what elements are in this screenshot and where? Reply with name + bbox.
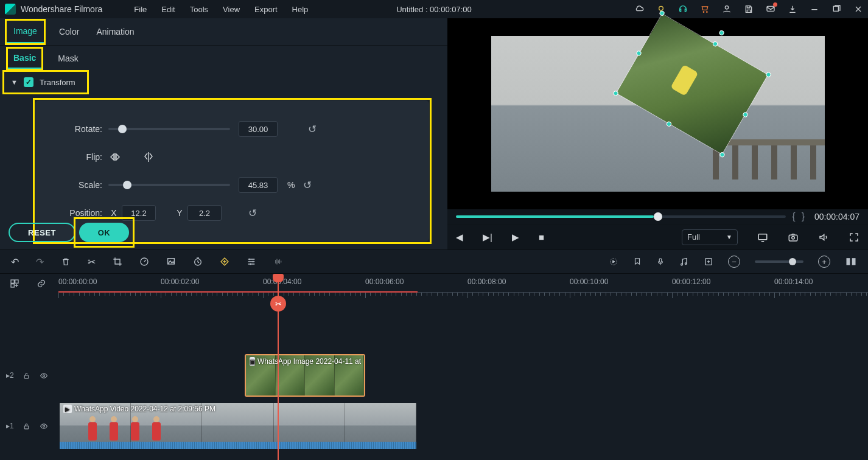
transform-checkbox[interactable]: ✓ [24,77,33,87]
ok-button[interactable]: OK [79,223,129,242]
keyframe-icon[interactable] [220,257,229,267]
svg-point-1 [725,6,728,9]
menu-file[interactable]: File [127,5,154,14]
adjust-icon[interactable] [247,257,256,267]
playhead[interactable]: ✂ [278,274,279,460]
menu-tools[interactable]: Tools [183,5,215,14]
timeline-manage-tracks-icon[interactable] [10,279,19,288]
record-voiceover-icon[interactable] [656,257,665,267]
support-icon[interactable] [678,4,688,14]
quality-select[interactable]: Full ▼ [682,229,738,245]
tab-mask[interactable]: Mask [55,49,80,68]
track-lock-icon[interactable] [23,422,30,430]
rotate-reset-icon[interactable]: ↺ [308,123,317,136]
delete-icon[interactable] [61,257,71,267]
svg-rect-4 [758,234,767,239]
rotate-value[interactable]: 30.00 [239,121,278,137]
transform-section-header[interactable]: ▼ ✓ Transform [4,71,88,93]
collapse-icon[interactable]: ▼ [11,78,18,86]
timeline[interactable]: 00:00:00:00 00:00:02:00 00:00:04:00 00:0… [0,274,868,460]
svg-rect-18 [15,280,18,283]
track-lock-icon[interactable] [23,372,30,380]
add-media-icon[interactable] [704,257,713,267]
track-play-icon[interactable]: ▸1 [6,422,14,430]
maximize-icon[interactable] [831,4,841,14]
time-ruler[interactable]: 00:00:00:00 00:00:02:00 00:00:04:00 00:0… [58,274,868,297]
playhead-grip[interactable] [273,274,284,282]
zoom-slider[interactable] [755,260,803,263]
render-icon[interactable] [609,257,618,267]
timeline-link-icon[interactable] [37,279,46,288]
document-title: Untitled : 00:00:07:00 [396,5,472,14]
zoom-in-icon[interactable]: + [818,256,830,268]
app-logo [5,4,16,15]
prev-frame-icon[interactable]: ◀ [456,232,463,243]
preview-time: 00:00:04:07 [814,212,859,221]
color-icon[interactable] [166,257,176,267]
redo-icon[interactable]: ↷ [36,256,44,268]
mixer-icon[interactable] [679,257,689,267]
display-icon[interactable] [757,232,768,243]
download-icon[interactable] [788,4,797,14]
quality-value: Full [687,232,700,242]
duration-icon[interactable] [193,257,203,267]
speed-icon[interactable] [139,257,149,267]
app-name: Wondershare Filmora [21,4,102,14]
menu-help[interactable]: Help [285,5,316,14]
tab-color[interactable]: Color [57,21,82,43]
play-icon[interactable]: ▶ [512,232,519,243]
tab-animation[interactable]: Animation [94,21,136,43]
playhead-scissors-icon[interactable]: ✂ [270,296,286,312]
tab-basic[interactable]: Basic [7,48,42,69]
track-visibility-icon[interactable] [39,372,49,380]
fullscreen-icon[interactable] [849,232,859,243]
svg-rect-20 [24,375,29,378]
tab-image[interactable]: Image [6,20,44,44]
preview-stage[interactable] [447,18,868,209]
close-icon[interactable] [853,4,863,14]
cart-icon[interactable] [700,4,710,14]
marker-icon[interactable] [633,257,642,267]
clip-video[interactable]: ▶WhatsApp Video 2022-04-12 at 2:09:56 PM [58,402,418,450]
flip-horizontal-icon[interactable] [108,152,123,162]
minimize-icon[interactable] [810,4,819,14]
scale-unit: % [287,180,295,190]
svg-rect-3 [833,6,838,11]
track-visibility-icon[interactable] [39,422,49,430]
audio-icon[interactable] [273,257,284,267]
message-icon[interactable] [766,4,775,14]
undo-icon[interactable]: ↶ [11,256,19,268]
user-icon[interactable] [722,4,732,14]
save-icon[interactable] [744,4,754,14]
split-icon[interactable]: ✂ [88,256,96,268]
scale-value[interactable]: 45.83 [239,177,278,193]
cloud-icon[interactable] [634,4,644,14]
scrub-slider[interactable] [456,215,786,218]
flip-vertical-icon[interactable] [141,152,156,162]
preview-controls: ◀ ▶| ▶ ■ Full ▼ [447,224,868,249]
menu-export[interactable]: Export [247,5,285,14]
crop-icon[interactable] [113,257,122,267]
mark-out-icon[interactable]: } [802,211,805,222]
svg-rect-11 [659,259,662,262]
preview-canvas[interactable] [491,20,825,207]
menu-edit[interactable]: Edit [154,5,182,14]
svg-point-13 [685,263,687,265]
menu-view[interactable]: View [215,5,247,14]
rotate-slider[interactable] [108,128,230,130]
reset-button[interactable]: RESET [9,223,75,242]
clip-image[interactable]: ▣WhatsApp Image 2022-04-11 at [245,354,365,397]
svg-rect-16 [852,258,856,265]
stop-icon[interactable]: ■ [539,232,544,242]
next-frame-icon[interactable]: ▶| [483,232,492,243]
scale-reset-icon[interactable]: ↺ [303,179,312,192]
track-play-icon[interactable]: ▸2 [6,371,14,380]
volume-icon[interactable] [818,232,829,243]
upper-area: Image Color Animation Basic Mask ▼ ✓ Tra… [0,18,868,249]
titlebar-right-icons [634,4,863,14]
zoom-out-icon[interactable]: − [728,256,740,268]
scale-slider[interactable] [108,184,230,186]
snapshot-icon[interactable] [788,232,799,243]
zoom-fit-icon[interactable] [845,257,857,267]
mark-in-icon[interactable]: { [792,211,795,222]
